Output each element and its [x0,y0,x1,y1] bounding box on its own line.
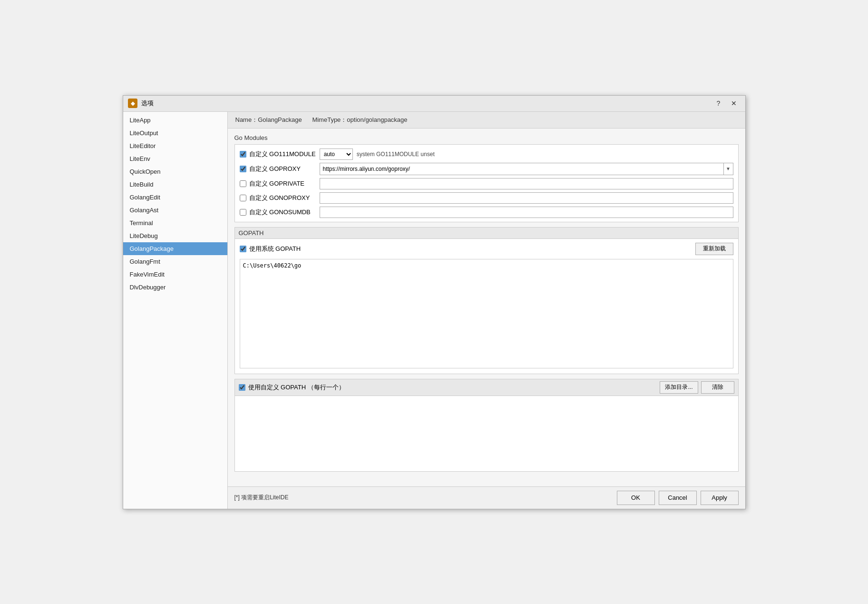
add-dir-button[interactable]: 添加目录... [660,381,698,394]
options-dialog: ◆ 选项 ? ✕ LiteApp LiteOutput LiteEditor L… [123,95,746,509]
sidebar-item-liteapp[interactable]: LiteApp [123,114,227,127]
gonoproxy-input[interactable] [320,192,733,204]
sidebar-item-litedebug[interactable]: LiteDebug [123,229,227,242]
apply-button[interactable]: Apply [701,491,739,505]
help-button[interactable]: ? [712,98,725,109]
goproxy-input[interactable] [320,163,723,175]
header-name-value: GolangPackage [258,116,302,123]
goproxy-label: 自定义 GOPROXY [249,165,301,173]
reload-button[interactable]: 重新加载 [695,243,733,255]
gonosumdb-input[interactable] [320,207,733,218]
sidebar-item-dlvdebugger[interactable]: DlvDebugger [123,281,227,294]
sidebar-item-quickopen[interactable]: QuickOpen [123,165,227,178]
content-body: Go Modules 自定义 GO111MODULE auto on off [228,129,745,486]
gopath-custom-textarea[interactable] [234,396,739,472]
use-system-gopath-checkbox[interactable] [240,246,246,252]
header-mime-label: MimeType： [312,116,347,123]
gonosumdb-label: 自定义 GONOSUMDB [249,208,311,217]
use-system-gopath-text: 使用系统 GOPATH [249,245,301,253]
goproxy-checkbox[interactable] [240,166,246,172]
use-custom-gopath-text: 使用自定义 GOPATH （每行一个） [248,383,345,392]
gonosumdb-checkbox[interactable] [240,209,246,216]
header-mime-value: option/golangpackage [347,116,407,123]
go111module-label: 自定义 GO111MODULE [249,150,316,158]
gopath-system-header: GOPATH [234,227,739,238]
sidebar-item-golangfmt[interactable]: GolangFmt [123,255,227,268]
main-content: Name：GolangPackage MimeType：option/golan… [228,112,745,509]
goproxy-input-wrap: ▼ [320,163,733,175]
gopath-system-box: 使用系统 GOPATH 重新加载 C:\Users\40622\go [234,238,739,374]
gopath-system-textarea[interactable]: C:\Users\40622\go [240,259,733,368]
sidebar: LiteApp LiteOutput LiteEditor LiteEnv Qu… [123,112,228,509]
go111module-checkbox[interactable] [240,151,246,158]
go111module-row: 自定义 GO111MODULE auto on off system GO111… [240,149,733,160]
goproxy-checkbox-label[interactable]: 自定义 GOPROXY [240,165,316,173]
close-button[interactable]: ✕ [727,98,741,109]
header-name-label: Name： [235,116,258,123]
dialog-body: LiteApp LiteOutput LiteEditor LiteEnv Qu… [123,112,745,509]
gonoproxy-label: 自定义 GONOPROXY [249,194,310,202]
go111module-checkbox-label[interactable]: 自定义 GO111MODULE [240,150,316,158]
custom-gopath-header: 使用自定义 GOPATH （每行一个） 添加目录... 清除 [234,379,739,396]
ok-button[interactable]: OK [617,491,655,505]
gonosumdb-checkbox-label[interactable]: 自定义 GONOSUMDB [240,208,316,217]
go111module-select[interactable]: auto on off [320,149,353,160]
dialog-title: 选项 [141,99,712,108]
gopath-system-section: GOPATH 使用系统 GOPATH 重新加载 C:\Users\40622\g… [234,227,739,374]
goprivate-row: 自定义 GOPRIVATE [240,178,733,189]
clear-button[interactable]: 清除 [701,381,734,394]
sidebar-item-liteenv[interactable]: LiteEnv [123,152,227,165]
sidebar-item-golangedit[interactable]: GolangEdit [123,191,227,204]
sidebar-item-liteeditor[interactable]: LiteEditor [123,139,227,152]
use-custom-gopath-label[interactable]: 使用自定义 GOPATH （每行一个） [239,383,345,392]
use-system-gopath-label[interactable]: 使用系统 GOPATH [240,245,316,253]
app-icon: ◆ [128,99,137,108]
sidebar-item-golangast[interactable]: GolangAst [123,204,227,217]
go-modules-label: Go Modules [234,134,739,141]
sidebar-item-liteoutput[interactable]: LiteOutput [123,127,227,139]
custom-gopath-header-left: 使用自定义 GOPATH （每行一个） [239,383,345,392]
gonosumdb-row: 自定义 GONOSUMDB [240,207,733,218]
go-modules-section: 自定义 GO111MODULE auto on off system GO111… [234,144,739,222]
title-bar: ◆ 选项 ? ✕ [123,96,745,112]
gopath-section-label: GOPATH [239,229,264,237]
use-custom-gopath-checkbox[interactable] [239,384,245,391]
custom-gopath-header-right: 添加目录... 清除 [660,381,734,394]
sidebar-item-fakevimedit[interactable]: FakeVimEdit [123,268,227,281]
goprivate-checkbox-label[interactable]: 自定义 GOPRIVATE [240,179,316,188]
sidebar-item-litebuild[interactable]: LiteBuild [123,178,227,191]
goprivate-input[interactable] [320,178,733,189]
goproxy-row: 自定义 GOPROXY ▼ [240,163,733,175]
footer: [*] 项需要重启LiteIDE OK Cancel Apply [228,486,745,509]
gonoproxy-checkbox-label[interactable]: 自定义 GONOPROXY [240,194,316,202]
use-system-gopath-row: 使用系统 GOPATH 重新加载 [240,243,733,255]
gonoproxy-row: 自定义 GONOPROXY [240,192,733,204]
goprivate-label: 自定义 GOPRIVATE [249,179,305,188]
content-header: Name：GolangPackage MimeType：option/golan… [228,112,745,129]
footer-buttons: OK Cancel Apply [617,491,739,505]
go111module-static: system GO111MODULE unset [357,151,435,158]
sidebar-item-terminal[interactable]: Terminal [123,217,227,229]
goproxy-dropdown-icon[interactable]: ▼ [723,163,733,175]
title-bar-actions: ? ✕ [712,98,741,109]
sidebar-item-golangpackage[interactable]: GolangPackage [123,242,227,255]
goprivate-checkbox[interactable] [240,180,246,187]
gonoproxy-checkbox[interactable] [240,195,246,201]
gopath-custom-section: 使用自定义 GOPATH （每行一个） 添加目录... 清除 [234,379,739,473]
footer-note: [*] 项需要重启LiteIDE [234,494,289,502]
cancel-button[interactable]: Cancel [659,491,697,505]
